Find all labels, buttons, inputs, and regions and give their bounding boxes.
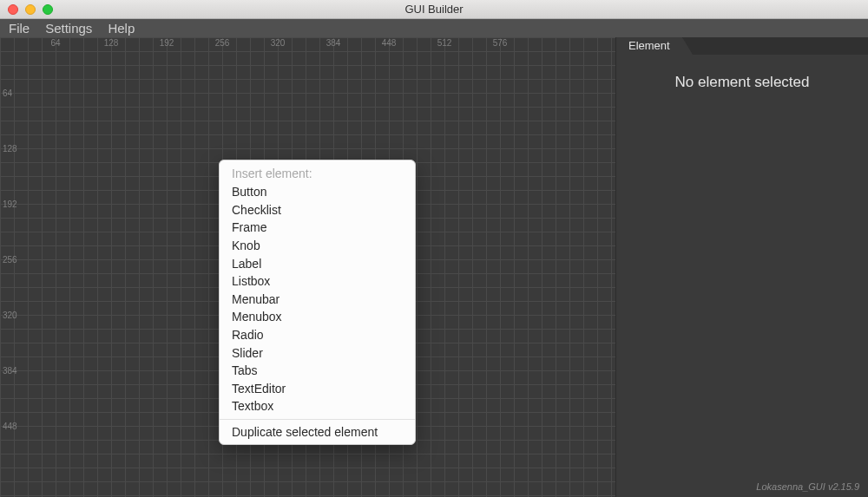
context-menu-header: Insert element: — [220, 164, 415, 183]
insert-slider[interactable]: Slider — [220, 343, 415, 362]
insert-radio[interactable]: Radio — [220, 326, 415, 344]
insert-frame[interactable]: Frame — [220, 219, 415, 237]
canvas[interactable]: 64 128 192 256 320 384 448 512 576 64 12… — [0, 37, 615, 497]
context-menu: Insert element: Button Checklist Frame K… — [219, 160, 416, 445]
insert-textbox[interactable]: Textbox — [220, 397, 415, 415]
ruler-top-mark: 448 — [382, 38, 397, 48]
menubar: File Settings Help — [0, 19, 868, 37]
panel-empty-message: No element selected — [616, 55, 868, 110]
ruler-left-mark: 128 — [3, 144, 17, 154]
ruler-left-mark: 256 — [3, 255, 17, 265]
tab-element[interactable]: Element — [616, 37, 683, 55]
ruler-top-mark: 128 — [104, 38, 119, 48]
ruler-top-mark: 256 — [215, 38, 230, 48]
menu-file[interactable]: File — [9, 21, 30, 36]
menu-help[interactable]: Help — [108, 21, 135, 36]
insert-texteditor[interactable]: TextEditor — [220, 380, 415, 398]
insert-listbox[interactable]: Listbox — [220, 272, 415, 291]
window-title: GUI Builder — [0, 3, 868, 16]
panel-tabs: Element — [616, 37, 868, 55]
titlebar: GUI Builder — [0, 0, 868, 19]
insert-label[interactable]: Label — [220, 254, 415, 272]
ruler-top-mark: 512 — [437, 38, 452, 48]
ruler-top-mark: 576 — [493, 38, 508, 48]
ruler-left-mark: 64 — [3, 88, 12, 98]
ruler-top-mark: 320 — [271, 38, 286, 48]
ruler-left-mark: 384 — [3, 366, 17, 376]
ruler-left-mark: 448 — [3, 422, 17, 431]
insert-checklist[interactable]: Checklist — [220, 201, 415, 219]
maximize-icon[interactable] — [43, 4, 53, 15]
menu-settings[interactable]: Settings — [45, 21, 92, 36]
workspace: 64 128 192 256 320 384 448 512 576 64 12… — [0, 37, 868, 497]
insert-menubar[interactable]: Menubar — [220, 291, 415, 309]
insert-menubox[interactable]: Menubox — [220, 308, 415, 326]
insert-button[interactable]: Button — [220, 183, 415, 201]
duplicate-selected-element[interactable]: Duplicate selected element — [220, 423, 415, 441]
traffic-lights — [0, 4, 53, 15]
ruler-top-mark: 192 — [160, 38, 174, 48]
version-label: Lokasenna_GUI v2.15.9 — [756, 481, 859, 492]
close-icon[interactable] — [8, 4, 18, 15]
properties-panel: Element No element selected Lokasenna_GU… — [615, 37, 868, 497]
insert-knob[interactable]: Knob — [220, 237, 415, 255]
insert-tabs[interactable]: Tabs — [220, 362, 415, 380]
ruler-top-mark: 384 — [326, 38, 341, 48]
ruler-top: 64 128 192 256 320 384 448 512 576 — [0, 37, 615, 48]
minimize-icon[interactable] — [25, 4, 36, 15]
context-menu-separator — [220, 419, 415, 420]
ruler-left: 64 128 192 256 320 384 448 — [0, 37, 21, 497]
ruler-left-mark: 320 — [3, 311, 17, 320]
ruler-top-mark: 64 — [50, 38, 60, 48]
ruler-left-mark: 192 — [3, 199, 17, 209]
